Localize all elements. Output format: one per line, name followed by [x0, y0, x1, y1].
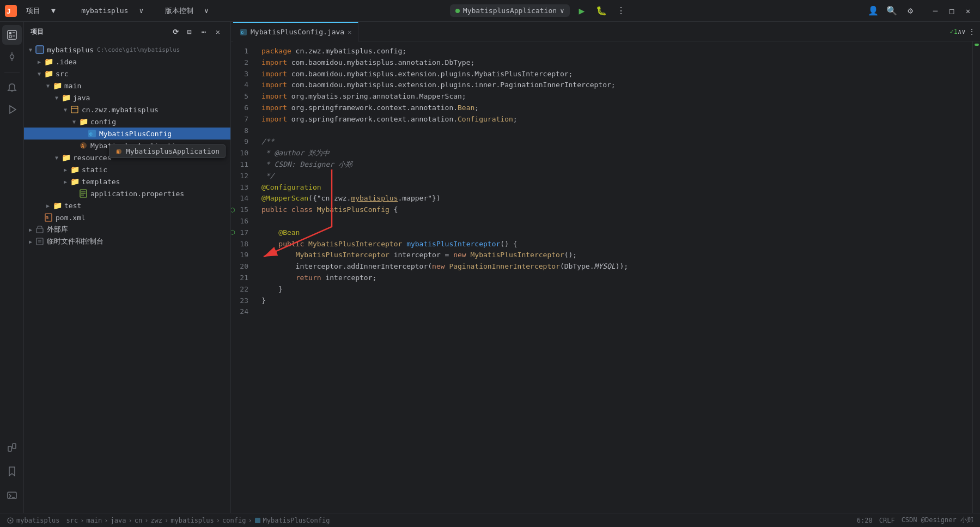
tree-label-test: test — [64, 202, 81, 210]
run-config-arrow: ∨ — [560, 7, 564, 15]
activity-project[interactable] — [2, 25, 22, 45]
line-19: 19 — [231, 250, 253, 261]
tree-arrow-static: ▶ — [61, 165, 70, 174]
tree-item-mybatisplus[interactable]: ▼ mybatisplus C:\code\git\mybatisplus — [24, 44, 230, 56]
editor-more-icon[interactable]: ⋮ — [966, 26, 978, 38]
editor-wrapper: 1 2 3 4 5 6 7 8 9 10 11 12 13 14 ⬡ — [231, 41, 980, 513]
app-name[interactable]: mybatisplus — [77, 4, 132, 17]
title-bar: J 项目 ▼ mybatisplus ∨ 版本控制 ∨ MybatisplusA… — [0, 0, 980, 22]
activity-bookmarks[interactable] — [2, 462, 22, 481]
tree-arrow-mybatisplus: ▼ — [26, 45, 35, 54]
title-menu: 项目 ▼ mybatisplus ∨ 版本控制 ∨ — [22, 4, 213, 18]
code-line-6: import org.springframework.context.annot… — [261, 102, 964, 114]
status-right: 6:28 CRLF CSDN @Designer 小郑 — [857, 516, 973, 525]
tree-item-static[interactable]: ▶ 📁 static — [24, 163, 230, 175]
tree-item-java[interactable]: ▼ 📁 java — [24, 92, 230, 104]
line-5: 5 — [231, 91, 253, 102]
run-config[interactable]: MybatisplusApplication ∨ — [450, 4, 570, 17]
code-line-21: return interceptor; — [261, 272, 964, 284]
tree-item-mybatisplusconfig[interactable]: © MybatisPlusConfig — [24, 128, 230, 140]
tree-item-scratch[interactable]: ▶ 临时文件和控制台 — [24, 235, 230, 247]
status-line-col[interactable]: 6:28 — [857, 517, 873, 524]
code-content[interactable]: package cn.zwz.mybatisplus.config; impor… — [257, 41, 972, 513]
sidebar-collapse-icon[interactable]: ⊟ — [184, 26, 196, 38]
more-button[interactable]: ⋮ — [613, 3, 629, 19]
svg-rect-3 — [9, 32, 11, 34]
activity-plugins[interactable] — [2, 438, 22, 457]
sidebar-close-icon[interactable]: ✕ — [212, 26, 224, 38]
status-git[interactable]: mybatisplus — [7, 517, 59, 524]
status-encoding[interactable]: CRLF — [879, 517, 895, 524]
tree-label-resources: resources — [73, 154, 111, 162]
tree-item-test[interactable]: ▶ 📁 test — [24, 199, 230, 211]
tree-label-idea: .idea — [56, 58, 77, 66]
svg-text:©: © — [89, 131, 93, 137]
line-1: 1 — [231, 46, 253, 57]
tab-actions: ✓1 ∧ ∨ ⋮ — [952, 26, 978, 38]
close-button[interactable]: ✕ — [960, 3, 976, 19]
editor-check-icon[interactable]: ✓1 ∧ ∨ — [952, 26, 964, 38]
settings-icon[interactable]: ⚙ — [903, 3, 918, 19]
editor-tab-mybatisplusconfig[interactable]: © MybatisPlusConfig.java ✕ — [233, 22, 358, 41]
sidebar-settings-icon[interactable]: ⋯ — [198, 26, 210, 38]
account-icon[interactable]: 👤 — [866, 3, 881, 19]
tree-item-main[interactable]: ▼ 📁 main — [24, 80, 230, 92]
activity-notifications[interactable] — [2, 78, 22, 98]
tree-item-application-props[interactable]: application.properties — [24, 187, 230, 199]
line-12: 12 — [231, 171, 253, 182]
activity-bar — [0, 22, 24, 513]
status-java: java — [111, 517, 126, 524]
tab-close-mybatisplusconfig[interactable]: ✕ — [348, 28, 351, 36]
tree-label-src: src — [56, 70, 68, 78]
tree-label-scratch: 临时文件和控制台 — [47, 237, 104, 246]
version-control[interactable]: 版本控制 — [161, 4, 198, 18]
activity-run[interactable] — [2, 100, 22, 119]
tree-item-idea[interactable]: ▶ 📁 .idea — [24, 56, 230, 68]
tree-arrow-java: ▼ — [52, 93, 61, 102]
svg-text:©: © — [241, 31, 244, 35]
code-line-8 — [261, 125, 964, 137]
debug-button[interactable]: 🐛 — [594, 3, 609, 19]
tree-arrow-src: ▼ — [35, 69, 44, 78]
status-mybatisplus: mybatisplus — [171, 517, 214, 524]
menu-project[interactable]: 项目 — [22, 4, 45, 18]
tree-item-templates[interactable]: ▶ 📁 templates — [24, 175, 230, 187]
minimize-button[interactable]: ─ — [928, 3, 943, 19]
tree-item-src[interactable]: ▼ 📁 src — [24, 68, 230, 80]
tree-label-static: static — [82, 166, 107, 174]
activity-terminal[interactable] — [2, 486, 22, 505]
scratch-icon — [35, 237, 45, 246]
title-bar-actions: 👤 🔍 ⚙ ─ □ ✕ — [866, 3, 976, 19]
folder-icon-static: 📁 — [70, 165, 80, 174]
tree-arrow-external: ▶ — [26, 225, 35, 234]
code-line-7: import org.springframework.context.annot… — [261, 114, 964, 125]
sidebar-sync-icon[interactable]: ⟳ — [169, 26, 181, 38]
sidebar-title: 项目 — [31, 27, 44, 37]
activity-commit[interactable] — [2, 47, 22, 66]
scroll-indicator-1 — [975, 44, 979, 46]
scroll-indicators — [973, 41, 980, 513]
tree-item-config[interactable]: ▼ 📁 config — [24, 116, 230, 128]
app-logo: J — [4, 4, 17, 17]
tree-item-external-libs[interactable]: ▶ 外部库 — [24, 223, 230, 235]
tree-label-config: config — [90, 118, 116, 126]
editor-tabs: © MybatisPlusConfig.java ✕ ✓1 ∧ ∨ ⋮ — [231, 22, 980, 41]
breadcrumb-sep-4: › — [144, 517, 148, 524]
line-24: 24 — [231, 306, 253, 318]
search-icon[interactable]: 🔍 — [884, 3, 899, 19]
line-16: 16 — [231, 216, 253, 227]
tree-item-cnzwz[interactable]: ▼ cn.zwz.mybatisplus — [24, 104, 230, 116]
folder-icon-main: 📁 — [52, 81, 62, 90]
line-14: 14 — [231, 193, 253, 204]
tree-item-pom[interactable]: m pom.xml — [24, 211, 230, 223]
run-button[interactable]: ▶ — [574, 3, 589, 19]
editor-scrollbar[interactable] — [972, 41, 980, 513]
editor-up-arrow: ∧ — [958, 28, 961, 35]
bean2-icon: ⬡ — [231, 228, 235, 238]
tree-arrow-pom — [35, 213, 44, 222]
tree-arrow-scratch: ▶ — [26, 237, 35, 246]
code-line-15: public class MybatisPlusConfig { — [261, 204, 964, 216]
external-libs-icon — [35, 225, 45, 234]
tree-label-java: java — [73, 94, 90, 102]
maximize-button[interactable]: □ — [944, 3, 959, 19]
